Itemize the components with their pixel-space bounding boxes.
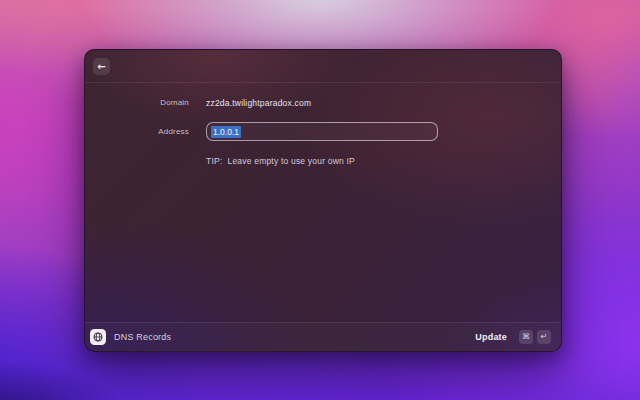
address-input[interactable]: 1.0.0.1 (206, 122, 438, 141)
dns-records-app-icon (90, 329, 106, 345)
back-button[interactable]: ← (93, 58, 110, 75)
desktop-wallpaper: ← Domain zz2da.twilightparadox.com Addre… (0, 0, 640, 400)
return-key-icon: ↵ (537, 330, 551, 344)
domain-label: Domain (85, 98, 189, 107)
footer-app-info: DNS Records (90, 329, 475, 345)
domain-value: zz2da.twilightparadox.com (206, 98, 311, 108)
back-arrow-icon: ← (97, 61, 105, 72)
tip-text: TIP: Leave empty to use your own IP (206, 156, 355, 166)
address-row: Address 1.0.0.1 (85, 122, 561, 141)
update-label: Update (475, 332, 507, 342)
command-key-icon: ⌘ (519, 330, 533, 344)
dns-records-window: ← Domain zz2da.twilightparadox.com Addre… (84, 49, 562, 352)
address-label: Address (85, 127, 189, 136)
globe-icon (92, 331, 104, 343)
update-action[interactable]: Update ⌘ ↵ (475, 330, 551, 344)
window-header: ← (85, 50, 561, 83)
app-name: DNS Records (114, 332, 171, 342)
domain-row: Domain zz2da.twilightparadox.com (85, 96, 561, 109)
address-input-selected-text: 1.0.0.1 (211, 126, 241, 138)
window-footer: DNS Records Update ⌘ ↵ (85, 322, 561, 351)
